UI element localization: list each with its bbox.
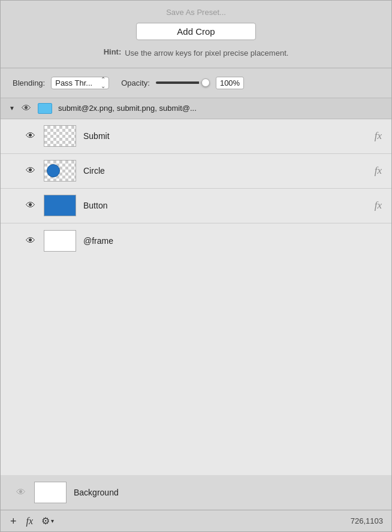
group-folder-thumbnail (38, 103, 52, 114)
layer-item[interactable]: 👁 Submit fx (1, 119, 391, 154)
layer-visibility-eye[interactable]: 👁 (25, 165, 37, 176)
layer-name: Submit (83, 131, 367, 141)
blending-label: Blending: (13, 78, 45, 87)
toolbar-fx-button[interactable]: fx (26, 516, 34, 527)
hint-label: Hint: (104, 47, 122, 56)
layer-name: Circle (83, 166, 367, 176)
hint-row: Hint: Use the arrow keys for pixel preci… (104, 47, 289, 59)
background-layer-name: Background (74, 488, 382, 497)
background-layer-item[interactable]: 👁 Background (1, 475, 391, 510)
add-layer-button[interactable]: + (9, 516, 18, 527)
layers-list: 👁 Submit fx 👁 Circle fx 👁 Button fx 👁 @f… (1, 119, 391, 476)
top-section: Save As Preset... Add Crop Hint: Use the… (1, 1, 391, 68)
layer-thumbnail (44, 230, 76, 252)
blending-section: Blending: Pass Thr... Normal Dissolve Da… (1, 68, 391, 98)
opacity-slider-wrapper (156, 81, 210, 84)
group-visibility-eye[interactable]: 👁 (21, 103, 32, 114)
fx-badge[interactable]: fx (375, 200, 382, 211)
layer-item[interactable]: 👁 Circle fx (1, 154, 391, 189)
layer-group-row[interactable]: ▼ 👁 submit@2x.png, submit.png, submit@..… (1, 98, 391, 119)
blending-select-wrapper[interactable]: Pass Thr... Normal Dissolve Darken Multi… (51, 77, 109, 89)
layer-thumbnail (44, 195, 76, 216)
layer-name: @frame (83, 236, 382, 246)
opacity-value[interactable]: 100% (216, 77, 244, 89)
toolbar-coordinates: 726,1103 (351, 516, 383, 525)
main-panel: Save As Preset... Add Crop Hint: Use the… (0, 0, 392, 532)
gear-dropdown-icon: ▾ (51, 518, 54, 524)
layer-visibility-eye[interactable]: 👁 (25, 235, 37, 246)
group-layer-name: submit@2x.png, submit.png, submit@... (58, 104, 383, 113)
fx-badge[interactable]: fx (375, 165, 382, 177)
blending-select[interactable]: Pass Thr... Normal Dissolve Darken Multi… (51, 77, 109, 89)
add-crop-button[interactable]: Add Crop (136, 23, 256, 40)
background-thumbnail (34, 482, 67, 503)
gear-icon: ⚙ (41, 515, 50, 527)
layer-thumbnail (44, 125, 76, 147)
layer-visibility-eye[interactable]: 👁 (25, 131, 37, 141)
opacity-slider[interactable] (156, 81, 210, 84)
layer-visibility-eye[interactable]: 👁 (25, 200, 37, 211)
toolbar-gear-button[interactable]: ⚙ ▾ (41, 515, 54, 527)
layer-thumbnail (44, 160, 76, 182)
layer-name: Button (83, 201, 367, 210)
save-preset-button[interactable]: Save As Preset... (160, 7, 232, 18)
hint-text: Use the arrow keys for pixel precise pla… (125, 47, 288, 59)
collapse-arrow-icon[interactable]: ▼ (9, 105, 15, 111)
layer-item[interactable]: 👁 @frame (1, 223, 391, 258)
opacity-label: Opacity: (121, 78, 150, 87)
background-visibility-eye[interactable]: 👁 (15, 487, 27, 498)
layer-item[interactable]: 👁 Button fx (1, 189, 391, 223)
bottom-toolbar: + fx ⚙ ▾ 726,1103 (1, 510, 391, 531)
fx-badge[interactable]: fx (375, 130, 382, 142)
